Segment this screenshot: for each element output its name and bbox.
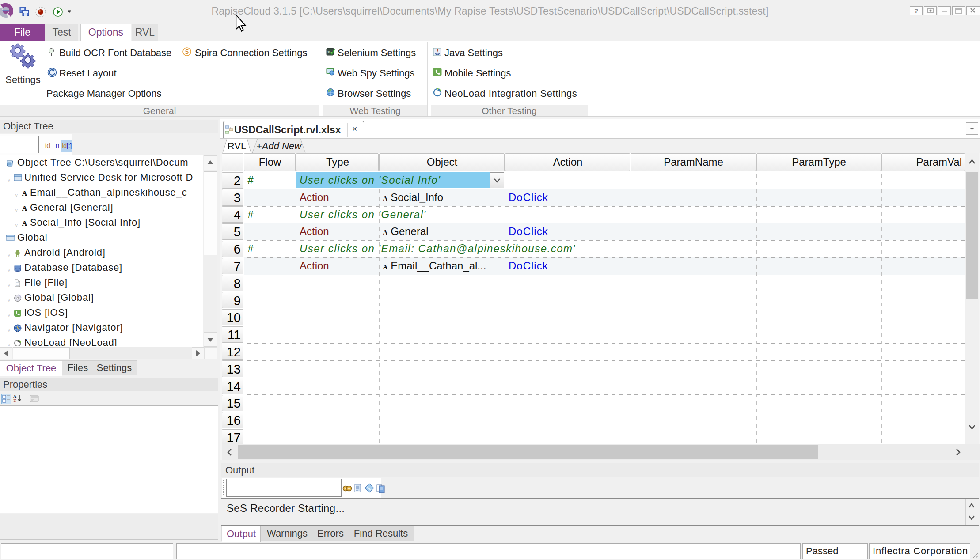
svg-text:Z: Z (13, 398, 16, 403)
svg-text:A: A (22, 219, 27, 227)
svg-text:A: A (22, 189, 27, 197)
svg-text:A: A (22, 204, 27, 212)
